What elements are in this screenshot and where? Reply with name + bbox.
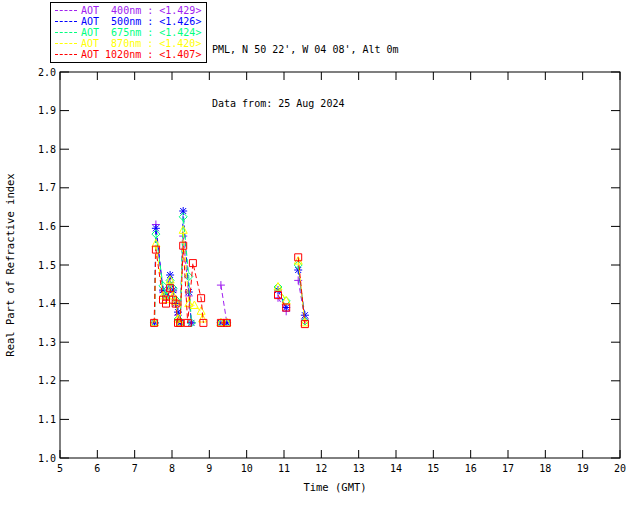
legend-row-675nm: AOT 675nm : <1.424>	[55, 27, 203, 38]
y-tick-label: 1.1	[38, 414, 56, 425]
site-location-text: PML, N 50 22', W 04 08', Alt 0m	[212, 41, 399, 59]
x-tick-label: 19	[577, 463, 589, 474]
y-tick-label: 1.6	[38, 221, 56, 232]
y-tick-label: 1.3	[38, 337, 56, 348]
y-tick-label: 1.9	[38, 105, 56, 116]
legend-dash-sample	[55, 21, 77, 22]
legend-row-500nm: AOT 500nm : <1.426>	[55, 16, 203, 27]
x-tick-label: 18	[539, 463, 551, 474]
y-tick-label: 1.4	[38, 298, 56, 309]
y-axis-label: Real Part of Refractive index	[4, 173, 16, 356]
legend-row-400nm: AOT 400nm : <1.429>	[55, 5, 203, 16]
x-tick-label: 6	[94, 463, 100, 474]
series-675nm	[151, 213, 309, 327]
x-tick-label: 12	[315, 463, 327, 474]
x-tick-label: 7	[132, 463, 138, 474]
x-tick-label: 8	[169, 463, 175, 474]
x-tick-label: 15	[427, 463, 439, 474]
legend-label: AOT 870nm : <1.420>	[81, 38, 201, 49]
legend-label: AOT 400nm : <1.429>	[81, 5, 201, 16]
x-tick-label: 13	[353, 463, 365, 474]
legend-row-870nm: AOT 870nm : <1.420>	[55, 38, 203, 49]
x-axis-label: Time (GMT)	[303, 481, 366, 493]
x-tick-label: 9	[206, 463, 212, 474]
legend: AOT 400nm : <1.429>AOT 500nm : <1.426>AO…	[50, 2, 207, 63]
legend-row-1020nm: AOT 1020nm : <1.407>	[55, 49, 203, 60]
x-tick-label: 17	[502, 463, 514, 474]
legend-dash-sample	[55, 43, 77, 44]
legend-dash-sample	[55, 32, 77, 33]
x-tick-label: 11	[278, 463, 290, 474]
x-tick-label: 5	[57, 463, 63, 474]
series-500nm	[151, 207, 309, 327]
series-markers-diamond	[151, 213, 309, 327]
y-tick-label: 1.8	[38, 144, 56, 155]
y-tick-label: 2.0	[38, 67, 56, 78]
data-date-text: Data from: 25 Aug 2024	[212, 95, 399, 113]
legend-dash-sample	[55, 10, 77, 11]
y-tick-label: 1.5	[38, 260, 56, 271]
series-markers-asterisk	[151, 207, 309, 327]
x-tick-label: 14	[390, 463, 402, 474]
plot-window: AOT 400nm : <1.429>AOT 500nm : <1.426>AO…	[0, 0, 640, 512]
y-tick-label: 1.7	[38, 182, 56, 193]
y-tick-label: 1.0	[38, 453, 56, 464]
legend-label: AOT 1020nm : <1.407>	[81, 49, 201, 60]
legend-label: AOT 500nm : <1.426>	[81, 16, 201, 27]
x-tick-label: 16	[465, 463, 477, 474]
legend-dash-sample	[55, 54, 77, 55]
y-tick-label: 1.2	[38, 375, 56, 386]
header-block: PML, N 50 22', W 04 08', Alt 0m Data fro…	[212, 5, 399, 149]
legend-label: AOT 675nm : <1.424>	[81, 27, 201, 38]
x-tick-label: 20	[614, 463, 626, 474]
series-line	[154, 246, 305, 324]
x-tick-label: 10	[241, 463, 253, 474]
